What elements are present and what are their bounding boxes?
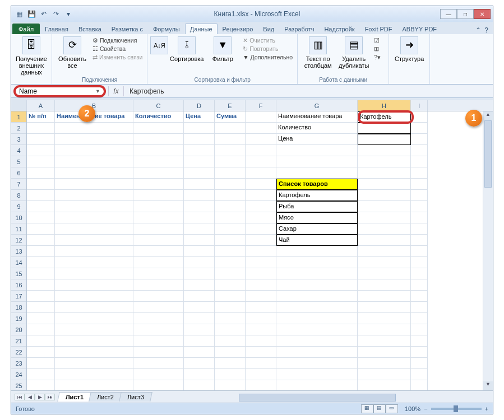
- cell-G10[interactable]: Мясо: [276, 212, 358, 223]
- cell-A5[interactable]: [27, 156, 55, 167]
- tab-review[interactable]: Рецензиро: [218, 24, 258, 34]
- consolidate-icon[interactable]: ⊞: [373, 45, 385, 53]
- sheet-prev-icon[interactable]: ◀: [25, 394, 35, 400]
- cell-E12[interactable]: [215, 235, 246, 246]
- hscroll-thumb[interactable]: [239, 394, 396, 402]
- cell-H9[interactable]: [358, 201, 411, 212]
- cell-F11[interactable]: [246, 223, 276, 235]
- cell-G9[interactable]: Рыба: [276, 201, 358, 212]
- cell-G16[interactable]: [276, 279, 358, 291]
- col-C[interactable]: C: [133, 100, 184, 111]
- cell-E9[interactable]: [215, 201, 246, 212]
- row-11[interactable]: 11: [11, 223, 26, 235]
- cell-F23[interactable]: [246, 358, 276, 369]
- cell-H4[interactable]: [358, 145, 411, 156]
- cell-B8[interactable]: [55, 190, 133, 201]
- cell-A12[interactable]: [27, 235, 55, 246]
- minimize-button[interactable]: —: [440, 9, 457, 19]
- cell-E14[interactable]: [215, 257, 246, 268]
- sort-asc-button[interactable]: A↓Я: [151, 36, 168, 54]
- advanced-filter-button[interactable]: ▼ Дополнительно: [242, 53, 294, 61]
- cell-F17[interactable]: [246, 291, 276, 302]
- cell-D19[interactable]: [184, 313, 215, 324]
- cell-E21[interactable]: [215, 335, 246, 347]
- get-external-data-button[interactable]: 🗄 Получение внешних данных: [15, 36, 48, 76]
- cell-H1[interactable]: Картофель: [358, 111, 411, 123]
- cell-F12[interactable]: [246, 235, 276, 246]
- cell-E6[interactable]: [215, 167, 246, 179]
- row-22[interactable]: 22: [11, 347, 26, 358]
- cell-H6[interactable]: [358, 167, 411, 179]
- whatif-icon[interactable]: ?▾: [373, 53, 385, 61]
- cell-I13[interactable]: [411, 246, 428, 257]
- cell-E7[interactable]: [215, 179, 246, 190]
- help-icon[interactable]: ?: [484, 26, 488, 34]
- cell-F19[interactable]: [246, 313, 276, 324]
- cell-I7[interactable]: [411, 179, 428, 190]
- cell-D23[interactable]: [184, 358, 215, 369]
- cell-A14[interactable]: [27, 257, 55, 268]
- col-D[interactable]: D: [184, 100, 215, 111]
- cell-B20[interactable]: [55, 324, 133, 335]
- cell-I9[interactable]: [411, 201, 428, 212]
- cell-I6[interactable]: [411, 167, 428, 179]
- cell-B4[interactable]: [55, 145, 133, 156]
- cell-F14[interactable]: [246, 257, 276, 268]
- cell-A17[interactable]: [27, 291, 55, 302]
- zoom-slider[interactable]: [431, 408, 482, 410]
- refresh-all-button[interactable]: ⟳ Обновить все: [56, 36, 89, 69]
- cell-C9[interactable]: [133, 201, 184, 212]
- cell-G11[interactable]: Сахар: [276, 223, 358, 235]
- cell-F8[interactable]: [246, 190, 276, 201]
- cell-D12[interactable]: [184, 235, 215, 246]
- cell-I4[interactable]: [411, 145, 428, 156]
- cell-E18[interactable]: [215, 302, 246, 313]
- cell-B12[interactable]: [55, 235, 133, 246]
- col-E[interactable]: E: [215, 100, 246, 111]
- row-21[interactable]: 21: [11, 335, 26, 347]
- cell-A11[interactable]: [27, 223, 55, 235]
- cell-E13[interactable]: [215, 246, 246, 257]
- cell-H24[interactable]: [358, 369, 411, 380]
- cell-G4[interactable]: [276, 145, 358, 156]
- cell-G12[interactable]: Чай: [276, 235, 358, 246]
- cell-A2[interactable]: [27, 123, 55, 134]
- sheet-tab-3[interactable]: Лист3: [119, 392, 152, 402]
- row-9[interactable]: 9: [11, 201, 26, 212]
- cell-G14[interactable]: [276, 257, 358, 268]
- cell-B5[interactable]: [55, 156, 133, 167]
- text-to-columns-button[interactable]: ▥ Текст по столбцам: [301, 36, 335, 69]
- col-A[interactable]: A: [27, 100, 55, 111]
- tab-data[interactable]: Данные: [185, 24, 218, 34]
- tab-developer[interactable]: Разработч: [279, 24, 319, 34]
- cell-C11[interactable]: [133, 223, 184, 235]
- cell-D24[interactable]: [184, 369, 215, 380]
- cell-D4[interactable]: [184, 145, 215, 156]
- cell-I14[interactable]: [411, 257, 428, 268]
- cell-H11[interactable]: [358, 223, 411, 235]
- cell-C17[interactable]: [133, 291, 184, 302]
- cell-H10[interactable]: [358, 212, 411, 223]
- cell-I20[interactable]: [411, 324, 428, 335]
- cell-E23[interactable]: [215, 358, 246, 369]
- vscroll-thumb[interactable]: [484, 120, 492, 188]
- cell-F6[interactable]: [246, 167, 276, 179]
- cell-D11[interactable]: [184, 223, 215, 235]
- cell-B25[interactable]: [55, 380, 133, 390]
- clear-filter-button[interactable]: ✕ Очистить: [242, 36, 294, 44]
- view-layout-icon[interactable]: ▤: [373, 404, 386, 413]
- cell-E16[interactable]: [215, 279, 246, 291]
- cell-A18[interactable]: [27, 302, 55, 313]
- undo-icon[interactable]: ↶: [38, 8, 49, 20]
- cell-B6[interactable]: [55, 167, 133, 179]
- cell-D1[interactable]: Цена: [184, 111, 215, 123]
- cell-C20[interactable]: [133, 324, 184, 335]
- cell-G21[interactable]: [276, 335, 358, 347]
- cell-B10[interactable]: [55, 212, 133, 223]
- properties-button[interactable]: ☷ Свойства: [91, 45, 144, 53]
- sheet-first-icon[interactable]: ⏮: [15, 394, 25, 400]
- redo-icon[interactable]: ↷: [50, 8, 62, 20]
- cell-D2[interactable]: [184, 123, 215, 134]
- cell-D9[interactable]: [184, 201, 215, 212]
- cell-H23[interactable]: [358, 358, 411, 369]
